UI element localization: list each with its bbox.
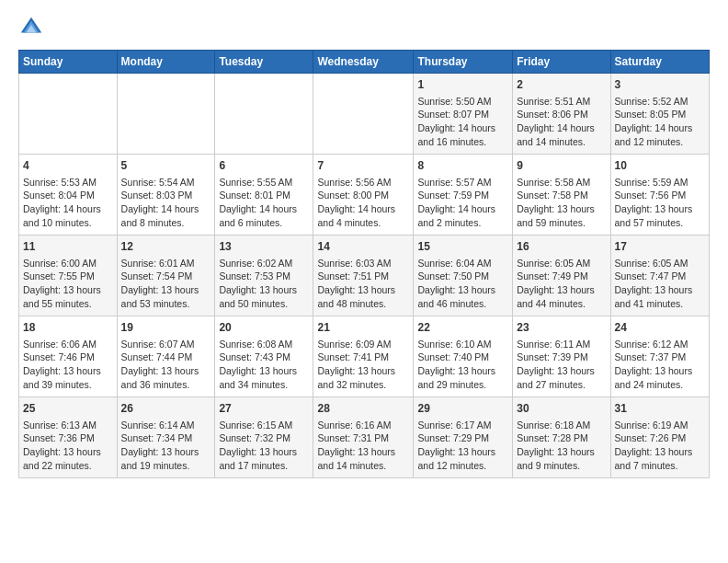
day-info: Sunrise: 5:58 AMSunset: 7:58 PMDaylight:… bbox=[517, 176, 606, 230]
day-number: 10 bbox=[615, 158, 705, 174]
weekday-header-friday: Friday bbox=[513, 51, 610, 74]
calendar-cell: 9Sunrise: 5:58 AMSunset: 7:58 PMDaylight… bbox=[513, 155, 610, 236]
day-info: Sunrise: 5:56 AMSunset: 8:00 PMDaylight:… bbox=[317, 176, 409, 230]
day-info: Sunrise: 5:53 AMSunset: 8:04 PMDaylight:… bbox=[23, 176, 113, 230]
day-number: 20 bbox=[219, 320, 309, 336]
day-number: 14 bbox=[317, 239, 409, 255]
calendar-cell: 2Sunrise: 5:51 AMSunset: 8:06 PMDaylight… bbox=[513, 74, 610, 155]
day-info: Sunrise: 6:00 AMSunset: 7:55 PMDaylight:… bbox=[23, 257, 113, 311]
calendar-cell: 15Sunrise: 6:04 AMSunset: 7:50 PMDayligh… bbox=[414, 236, 513, 316]
calendar-cell: 19Sunrise: 6:07 AMSunset: 7:44 PMDayligh… bbox=[117, 316, 215, 397]
calendar-table: SundayMondayTuesdayWednesdayThursdayFrid… bbox=[18, 50, 710, 478]
day-info: Sunrise: 6:07 AMSunset: 7:44 PMDaylight:… bbox=[121, 338, 211, 392]
calendar-cell: 26Sunrise: 6:14 AMSunset: 7:34 PMDayligh… bbox=[117, 397, 215, 478]
day-number: 1 bbox=[417, 77, 508, 93]
day-info: Sunrise: 6:05 AMSunset: 7:47 PMDaylight:… bbox=[615, 257, 705, 311]
day-number: 7 bbox=[317, 158, 409, 174]
day-number: 28 bbox=[317, 401, 409, 417]
day-number: 4 bbox=[23, 158, 113, 174]
weekday-header-tuesday: Tuesday bbox=[215, 51, 313, 74]
calendar-cell: 28Sunrise: 6:16 AMSunset: 7:31 PMDayligh… bbox=[313, 397, 414, 478]
weekday-header-sunday: Sunday bbox=[19, 51, 118, 74]
day-info: Sunrise: 6:03 AMSunset: 7:51 PMDaylight:… bbox=[317, 257, 409, 311]
day-info: Sunrise: 6:01 AMSunset: 7:54 PMDaylight:… bbox=[121, 257, 211, 311]
day-number: 25 bbox=[23, 401, 113, 417]
day-number: 29 bbox=[417, 401, 508, 417]
calendar-cell: 16Sunrise: 6:05 AMSunset: 7:49 PMDayligh… bbox=[513, 236, 610, 316]
day-number: 8 bbox=[417, 158, 508, 174]
day-info: Sunrise: 6:13 AMSunset: 7:36 PMDaylight:… bbox=[23, 419, 113, 473]
calendar-cell: 7Sunrise: 5:56 AMSunset: 8:00 PMDaylight… bbox=[313, 155, 414, 236]
day-number: 19 bbox=[121, 320, 211, 336]
calendar-cell: 3Sunrise: 5:52 AMSunset: 8:05 PMDaylight… bbox=[610, 74, 709, 155]
calendar-cell: 5Sunrise: 5:54 AMSunset: 8:03 PMDaylight… bbox=[117, 155, 215, 236]
day-info: Sunrise: 5:50 AMSunset: 8:07 PMDaylight:… bbox=[417, 95, 508, 149]
calendar-cell: 20Sunrise: 6:08 AMSunset: 7:43 PMDayligh… bbox=[215, 316, 313, 397]
day-info: Sunrise: 6:02 AMSunset: 7:53 PMDaylight:… bbox=[219, 257, 309, 311]
day-info: Sunrise: 6:04 AMSunset: 7:50 PMDaylight:… bbox=[417, 257, 508, 311]
calendar-week-row: 1Sunrise: 5:50 AMSunset: 8:07 PMDaylight… bbox=[19, 74, 710, 155]
weekday-header-thursday: Thursday bbox=[414, 51, 513, 74]
calendar-cell: 8Sunrise: 5:57 AMSunset: 7:59 PMDaylight… bbox=[414, 155, 513, 236]
day-info: Sunrise: 6:16 AMSunset: 7:31 PMDaylight:… bbox=[317, 419, 409, 473]
logo-icon bbox=[18, 15, 44, 40]
day-info: Sunrise: 6:08 AMSunset: 7:43 PMDaylight:… bbox=[219, 338, 309, 392]
page-header bbox=[18, 15, 710, 40]
day-number: 17 bbox=[615, 239, 705, 255]
day-number: 5 bbox=[121, 158, 211, 174]
calendar-cell: 18Sunrise: 6:06 AMSunset: 7:46 PMDayligh… bbox=[19, 316, 118, 397]
calendar-cell: 22Sunrise: 6:10 AMSunset: 7:40 PMDayligh… bbox=[414, 316, 513, 397]
day-info: Sunrise: 6:09 AMSunset: 7:41 PMDaylight:… bbox=[317, 338, 409, 392]
day-number: 11 bbox=[23, 239, 113, 255]
calendar-week-row: 4Sunrise: 5:53 AMSunset: 8:04 PMDaylight… bbox=[19, 155, 710, 236]
calendar-cell: 12Sunrise: 6:01 AMSunset: 7:54 PMDayligh… bbox=[117, 236, 215, 316]
calendar-cell: 29Sunrise: 6:17 AMSunset: 7:29 PMDayligh… bbox=[414, 397, 513, 478]
calendar-cell: 11Sunrise: 6:00 AMSunset: 7:55 PMDayligh… bbox=[19, 236, 118, 316]
calendar-cell bbox=[215, 74, 313, 155]
day-info: Sunrise: 6:14 AMSunset: 7:34 PMDaylight:… bbox=[121, 419, 211, 473]
calendar-cell: 30Sunrise: 6:18 AMSunset: 7:28 PMDayligh… bbox=[513, 397, 610, 478]
day-number: 18 bbox=[23, 320, 113, 336]
day-info: Sunrise: 5:55 AMSunset: 8:01 PMDaylight:… bbox=[219, 176, 309, 230]
day-info: Sunrise: 6:05 AMSunset: 7:49 PMDaylight:… bbox=[517, 257, 606, 311]
calendar-cell: 31Sunrise: 6:19 AMSunset: 7:26 PMDayligh… bbox=[610, 397, 709, 478]
weekday-header-saturday: Saturday bbox=[610, 51, 709, 74]
day-number: 15 bbox=[417, 239, 508, 255]
calendar-header-row: SundayMondayTuesdayWednesdayThursdayFrid… bbox=[19, 51, 710, 74]
calendar-body: 1Sunrise: 5:50 AMSunset: 8:07 PMDaylight… bbox=[19, 74, 710, 478]
calendar-cell: 14Sunrise: 6:03 AMSunset: 7:51 PMDayligh… bbox=[313, 236, 414, 316]
calendar-cell: 24Sunrise: 6:12 AMSunset: 7:37 PMDayligh… bbox=[610, 316, 709, 397]
day-number: 9 bbox=[517, 158, 606, 174]
day-number: 30 bbox=[517, 401, 606, 417]
day-info: Sunrise: 5:54 AMSunset: 8:03 PMDaylight:… bbox=[121, 176, 211, 230]
day-info: Sunrise: 6:17 AMSunset: 7:29 PMDaylight:… bbox=[417, 419, 508, 473]
calendar-cell: 6Sunrise: 5:55 AMSunset: 8:01 PMDaylight… bbox=[215, 155, 313, 236]
day-info: Sunrise: 6:11 AMSunset: 7:39 PMDaylight:… bbox=[517, 338, 606, 392]
calendar-cell bbox=[117, 74, 215, 155]
calendar-cell bbox=[19, 74, 118, 155]
day-number: 24 bbox=[615, 320, 705, 336]
weekday-header-monday: Monday bbox=[117, 51, 215, 74]
day-number: 26 bbox=[121, 401, 211, 417]
day-number: 16 bbox=[517, 239, 606, 255]
day-number: 3 bbox=[615, 77, 705, 93]
day-info: Sunrise: 6:15 AMSunset: 7:32 PMDaylight:… bbox=[219, 419, 309, 473]
day-info: Sunrise: 6:10 AMSunset: 7:40 PMDaylight:… bbox=[417, 338, 508, 392]
day-number: 22 bbox=[417, 320, 508, 336]
day-number: 6 bbox=[219, 158, 309, 174]
day-number: 13 bbox=[219, 239, 309, 255]
day-number: 23 bbox=[517, 320, 606, 336]
calendar-cell: 25Sunrise: 6:13 AMSunset: 7:36 PMDayligh… bbox=[19, 397, 118, 478]
calendar-cell: 10Sunrise: 5:59 AMSunset: 7:56 PMDayligh… bbox=[610, 155, 709, 236]
day-info: Sunrise: 6:06 AMSunset: 7:46 PMDaylight:… bbox=[23, 338, 113, 392]
day-info: Sunrise: 6:18 AMSunset: 7:28 PMDaylight:… bbox=[517, 419, 606, 473]
calendar-week-row: 11Sunrise: 6:00 AMSunset: 7:55 PMDayligh… bbox=[19, 236, 710, 316]
day-info: Sunrise: 5:51 AMSunset: 8:06 PMDaylight:… bbox=[517, 95, 606, 149]
day-number: 21 bbox=[317, 320, 409, 336]
day-info: Sunrise: 5:52 AMSunset: 8:05 PMDaylight:… bbox=[615, 95, 705, 149]
calendar-cell: 23Sunrise: 6:11 AMSunset: 7:39 PMDayligh… bbox=[513, 316, 610, 397]
calendar-week-row: 25Sunrise: 6:13 AMSunset: 7:36 PMDayligh… bbox=[19, 397, 710, 478]
calendar-cell: 13Sunrise: 6:02 AMSunset: 7:53 PMDayligh… bbox=[215, 236, 313, 316]
calendar-cell: 1Sunrise: 5:50 AMSunset: 8:07 PMDaylight… bbox=[414, 74, 513, 155]
day-number: 12 bbox=[121, 239, 211, 255]
